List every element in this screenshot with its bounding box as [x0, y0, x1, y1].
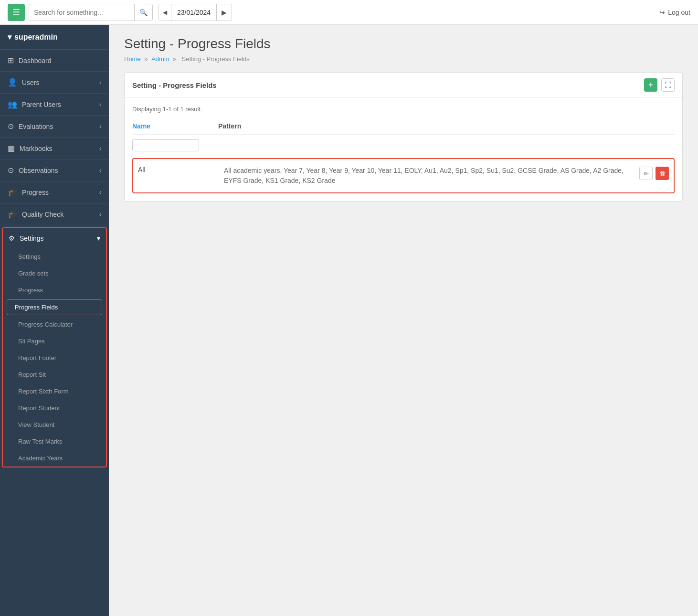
sidebar-item-label: Evaluations: [19, 123, 53, 130]
settings-icon: ⚙: [9, 234, 15, 242]
observations-icon: ⊙: [8, 166, 14, 175]
expand-button[interactable]: ⛶: [661, 78, 675, 92]
topbar: ☰ 🔍 ◀ 23/01/2024 ▶ ↪ Log out: [0, 0, 698, 25]
sidebar-item-label: Users: [22, 79, 40, 86]
user-icon: ▾: [8, 32, 11, 42]
table-row-container: All All academic years, Year 7, Year 8, …: [132, 158, 675, 193]
play-icon: ▶: [222, 9, 227, 16]
table-header: Name Pattern: [132, 118, 675, 135]
menu-button[interactable]: ☰: [8, 4, 25, 21]
breadcrumb-current: Setting - Progress Fields: [181, 55, 249, 63]
sidebar-item-academic-years[interactable]: Academic Years: [3, 450, 106, 467]
progress-fields-card: Setting - Progress Fields + ⛶ Displaying…: [124, 72, 683, 202]
sidebar-item-progress[interactable]: 🎓 Progress ‹: [0, 181, 109, 203]
date-display: 23/01/2024: [171, 9, 216, 16]
sidebar-item-label: Observations: [19, 167, 58, 174]
sidebar-item-report-sixth-form[interactable]: Report Sixth Form: [3, 383, 106, 400]
card-title: Setting - Progress Fields: [132, 81, 217, 89]
chevron-down-icon: ▾: [97, 234, 100, 242]
edit-icon: ✏: [644, 170, 649, 177]
sidebar-item-markbooks[interactable]: ▦ Markbooks ‹: [0, 138, 109, 159]
date-back-button[interactable]: ◀: [159, 4, 171, 21]
sidebar-item-users[interactable]: 👤 Users ‹: [0, 72, 109, 94]
edit-button[interactable]: ✏: [639, 167, 653, 180]
breadcrumb-home[interactable]: Home: [124, 55, 141, 63]
search-input[interactable]: [29, 9, 134, 16]
sidebar-item-settings[interactable]: ⚙ Settings ▾: [3, 228, 106, 248]
card-body: Displaying 1-1 of 1 result. Name Pattern…: [125, 98, 682, 201]
add-button[interactable]: +: [644, 78, 657, 92]
row-pattern: All academic years, Year 7, Year 8, Year…: [224, 166, 639, 186]
sidebar-item-parent-users[interactable]: 👥 Parent Users ‹: [0, 94, 109, 116]
col-name-header: Name: [132, 122, 218, 130]
filter-row: [132, 137, 675, 154]
layout: ▾ superadmin ⊞ Dashboard 👤 Users ‹ 👥 Par…: [0, 25, 698, 616]
breadcrumb-sep1: »: [144, 55, 149, 63]
sidebar-item-progress-fields[interactable]: Progress Fields: [7, 299, 102, 315]
search-box: 🔍: [29, 4, 153, 21]
sidebar-item-dashboard[interactable]: ⊞ Dashboard: [0, 50, 109, 72]
sidebar-item-quality-check[interactable]: 🎓 Quality Check ‹: [0, 203, 109, 225]
sidebar-item-label: Progress: [22, 189, 49, 196]
chevron-right-icon: ‹: [99, 79, 101, 86]
col-pattern-header: Pattern: [218, 122, 675, 130]
sidebar-item-view-student[interactable]: View Student: [3, 416, 106, 433]
sidebar-item-label: Quality Check: [22, 211, 63, 218]
delete-button[interactable]: 🗑: [656, 167, 669, 180]
sidebar-settings-label: Settings: [20, 234, 44, 242]
chevron-right-icon: ‹: [99, 167, 101, 174]
evaluations-icon: ⊙: [8, 122, 14, 131]
sidebar-item-progress-calculator[interactable]: Progress Calculator: [3, 316, 106, 333]
sidebar-item-grade-sets[interactable]: Grade sets: [3, 265, 106, 282]
breadcrumb-admin[interactable]: Admin: [151, 55, 169, 63]
dashboard-icon: ⊞: [8, 56, 14, 65]
markbooks-icon: ▦: [8, 144, 15, 153]
sidebar-item-report-slt[interactable]: Report Slt: [3, 366, 106, 383]
logout-button[interactable]: ↪ Log out: [659, 9, 690, 16]
breadcrumb-sep2: »: [173, 55, 178, 63]
sidebar-item-raw-test-marks[interactable]: Raw Test Marks: [3, 433, 106, 450]
chevron-right-icon: ‹: [99, 123, 101, 130]
row-actions: ✏ 🗑: [639, 166, 669, 180]
parent-users-icon: 👥: [8, 100, 17, 109]
sidebar-item-label: Markbooks: [20, 145, 52, 152]
breadcrumb: Home » Admin » Setting - Progress Fields: [124, 55, 683, 63]
users-icon: 👤: [8, 78, 17, 87]
table-row: All All academic years, Year 7, Year 8, …: [133, 159, 674, 192]
chevron-right-icon: ‹: [99, 211, 101, 218]
sidebar-item-evaluations[interactable]: ⊙ Evaluations ‹: [0, 116, 109, 138]
sidebar-item-observations[interactable]: ⊙ Observations ‹: [0, 159, 109, 181]
menu-icon: ☰: [12, 7, 20, 18]
sidebar-item-report-student[interactable]: Report Student: [3, 400, 106, 416]
date-section: ◀ 23/01/2024 ▶: [159, 4, 232, 21]
sidebar: ▾ superadmin ⊞ Dashboard 👤 Users ‹ 👥 Par…: [0, 25, 109, 616]
result-count: Displaying 1-1 of 1 result.: [132, 106, 675, 113]
search-button[interactable]: 🔍: [134, 4, 152, 21]
card-header: Setting - Progress Fields + ⛶: [125, 73, 682, 98]
username-label: superadmin: [14, 33, 58, 42]
date-back-icon: ◀: [163, 9, 167, 16]
sidebar-item-settings-settings[interactable]: Settings: [3, 248, 106, 265]
chevron-right-icon: ‹: [99, 145, 101, 152]
quality-check-icon: 🎓: [8, 210, 17, 219]
main-content: Setting - Progress Fields Home » Admin »…: [109, 25, 698, 616]
chevron-right-icon: ‹: [99, 189, 101, 196]
name-filter-input[interactable]: [132, 139, 199, 151]
card-actions: + ⛶: [644, 78, 675, 92]
sidebar-item-label: Parent Users: [22, 101, 61, 108]
chevron-right-icon: ‹: [99, 101, 101, 108]
sidebar-user[interactable]: ▾ superadmin: [0, 25, 109, 50]
settings-section: ⚙ Settings ▾ Settings Grade sets Progres…: [2, 227, 107, 467]
row-name: All: [138, 166, 224, 173]
logout-label: Log out: [668, 9, 690, 16]
progress-icon: 🎓: [8, 188, 17, 197]
date-forward-button[interactable]: ▶: [216, 4, 232, 21]
sidebar-item-progress-sub[interactable]: Progress: [3, 282, 106, 298]
sidebar-item-slt-pages[interactable]: Slt Pages: [3, 333, 106, 350]
page-title: Setting - Progress Fields: [124, 36, 683, 52]
sidebar-item-label: Dashboard: [19, 57, 52, 64]
delete-icon: 🗑: [659, 170, 666, 177]
expand-icon: ⛶: [665, 81, 671, 89]
logout-icon: ↪: [659, 9, 665, 16]
sidebar-item-report-footer[interactable]: Report Footer: [3, 350, 106, 366]
